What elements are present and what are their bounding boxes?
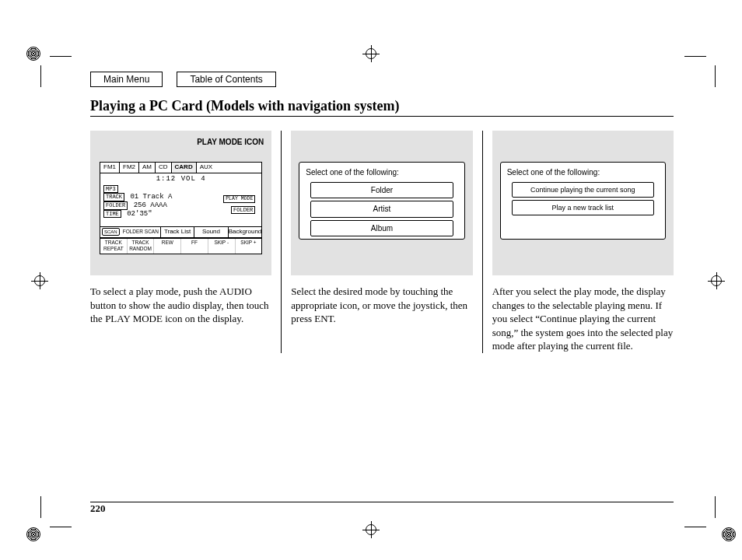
- screenshot-play-choice: Select one of the following: Continue pl…: [492, 131, 674, 275]
- play-mode-icon-label: PLAY MODE ICON: [197, 137, 264, 148]
- choice-new-list[interactable]: Play a new track list: [512, 200, 654, 215]
- track-label: TRACK: [103, 193, 124, 201]
- tab-fm1[interactable]: FM1: [100, 163, 120, 173]
- columns: PLAY MODE ICON FM1 FM2 AM CD CARD AUX 1:…: [90, 131, 674, 353]
- tab-aux[interactable]: AUX: [197, 163, 215, 173]
- track-list-button[interactable]: Track List: [161, 227, 194, 237]
- title-rule: [90, 116, 674, 117]
- hard-buttons: TRACK REPEAT TRACK RANDOM REW FF SKIP - …: [100, 238, 261, 254]
- btn-track-random[interactable]: TRACK RANDOM: [128, 239, 155, 254]
- column-1: PLAY MODE ICON FM1 FM2 AM CD CARD AUX 1:…: [90, 131, 281, 353]
- main-menu-link[interactable]: Main Menu: [90, 72, 163, 87]
- btn-skip-next[interactable]: SKIP +: [236, 239, 262, 254]
- folder-label: FOLDER: [103, 201, 128, 209]
- page-number: 220: [90, 502, 106, 515]
- footer-rule: [90, 502, 674, 502]
- choice-continue[interactable]: Continue playing the current song: [512, 182, 654, 198]
- folder-value: 256 AAAA: [134, 201, 167, 209]
- page-title: Playing a PC Card (Models with navigatio…: [90, 98, 674, 114]
- scan-badge: SCAN: [102, 228, 120, 236]
- btn-ff[interactable]: FF: [181, 239, 208, 254]
- btn-skip-prev[interactable]: SKIP -: [208, 239, 236, 254]
- tab-cd[interactable]: CD: [156, 163, 172, 173]
- mode-menu: Select one of the following: Folder Arti…: [299, 162, 464, 240]
- mp3-badge: MP3: [103, 185, 118, 193]
- tab-am[interactable]: AM: [139, 163, 156, 173]
- toc-link[interactable]: Table of Contents: [177, 72, 275, 87]
- col1-text: To select a play mode, push the AUDIO bu…: [90, 285, 271, 326]
- track-value: 01 Track A: [130, 193, 172, 201]
- play-choice-title: Select one of the following:: [507, 167, 659, 178]
- btn-rew[interactable]: REW: [154, 239, 181, 254]
- time-label: TIME: [103, 210, 121, 218]
- tab-fm2[interactable]: FM2: [120, 163, 139, 173]
- screenshot-audio-unit: PLAY MODE ICON FM1 FM2 AM CD CARD AUX 1:…: [90, 131, 271, 275]
- mode-folder[interactable]: Folder: [310, 182, 453, 199]
- mode-artist[interactable]: Artist: [310, 201, 453, 218]
- folder-button[interactable]: FOLDER: [231, 206, 255, 214]
- column-3: Select one of the following: Continue pl…: [482, 131, 674, 353]
- mode-album[interactable]: Album: [310, 220, 453, 237]
- source-tabs: FM1 FM2 AM CD CARD AUX: [100, 163, 261, 173]
- page-nav: Main Menu Table of Contents: [90, 72, 674, 87]
- background-button[interactable]: Background: [229, 227, 262, 237]
- elapsed-value: 02'35": [127, 210, 152, 218]
- play-choice-menu: Select one of the following: Continue pl…: [500, 162, 666, 240]
- mode-menu-title: Select one of the following:: [306, 167, 457, 178]
- column-2: Select one of the following: Folder Arti…: [281, 131, 481, 353]
- clock-volume: 1:12 VOL 4: [103, 175, 258, 184]
- manual-page: Main Menu Table of Contents Playing a PC…: [90, 72, 674, 510]
- btn-track-repeat[interactable]: TRACK REPEAT: [100, 239, 128, 254]
- col3-text: After you select the play mode, the disp…: [492, 285, 674, 353]
- play-mode-button[interactable]: PLAY MODE: [223, 195, 255, 204]
- col2-text: Select the desired mode by touching the …: [291, 285, 472, 326]
- audio-display: FM1 FM2 AM CD CARD AUX 1:12 VOL 4 MP3: [100, 162, 262, 254]
- screenshot-select-mode: Select one of the following: Folder Arti…: [291, 131, 472, 275]
- tab-card[interactable]: CARD: [172, 163, 197, 173]
- sound-button[interactable]: Sound: [194, 227, 228, 237]
- folder-scan-label: FOLDER SCAN: [121, 229, 160, 236]
